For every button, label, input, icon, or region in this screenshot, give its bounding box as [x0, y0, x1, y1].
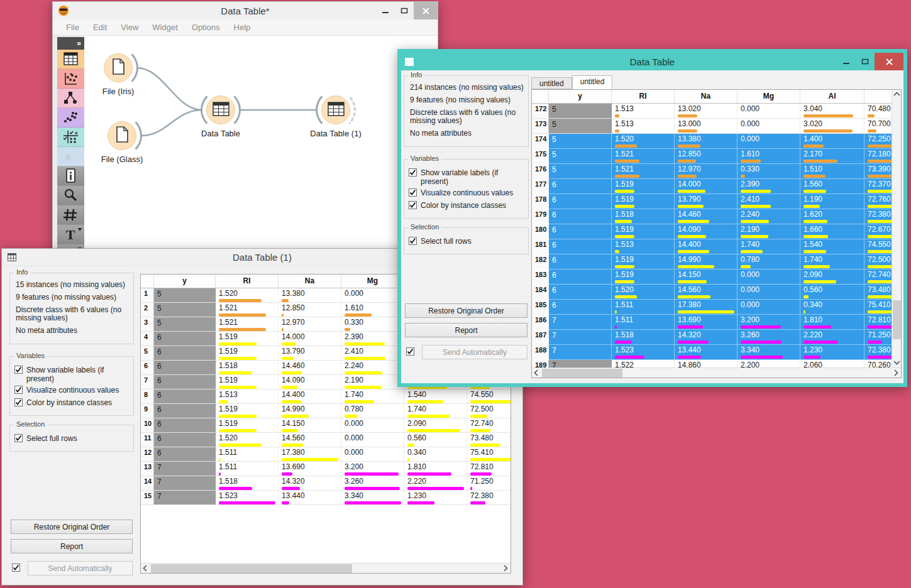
- value-cell[interactable]: 1.520: [612, 134, 675, 149]
- value-cell[interactable]: 14.460: [279, 361, 341, 375]
- toolbox-canvas-grid[interactable]: [57, 205, 84, 225]
- value-cell[interactable]: 3.040: [800, 104, 864, 119]
- toolbox-category-unsupervised[interactable]: x: [57, 128, 84, 147]
- column-header-Mg[interactable]: Mg: [341, 275, 404, 288]
- class-cell[interactable]: 6: [549, 300, 612, 315]
- value-cell[interactable]: 1.610: [341, 303, 404, 317]
- value-cell[interactable]: 1.522: [612, 360, 675, 368]
- value-cell[interactable]: 0.330: [737, 164, 800, 179]
- value-cell[interactable]: 74.550: [467, 389, 511, 404]
- class-cell[interactable]: 5: [154, 288, 216, 303]
- value-cell[interactable]: 1.513: [612, 104, 675, 119]
- table-row[interactable]: 18771.51814.3203.2602.22071.250: [532, 330, 902, 345]
- scroll-left-icon[interactable]: [532, 368, 541, 378]
- t1-h-scroll-thumb[interactable]: [151, 564, 352, 573]
- value-cell[interactable]: 2.240: [341, 361, 404, 375]
- value-cell[interactable]: 3.200: [737, 315, 800, 330]
- node-data-table[interactable]: Data Table: [206, 95, 235, 124]
- checkbox-checked[interactable]: [14, 434, 23, 444]
- value-cell[interactable]: 13.790: [279, 346, 341, 361]
- value-cell[interactable]: 0.000: [737, 285, 800, 300]
- value-cell[interactable]: 1.513: [612, 239, 675, 254]
- value-cell[interactable]: 72.810: [467, 462, 511, 476]
- value-cell[interactable]: 2.390: [341, 332, 404, 346]
- class-cell[interactable]: 6: [549, 270, 612, 285]
- checkbox-checked[interactable]: [409, 168, 417, 178]
- value-cell[interactable]: 1.400: [800, 134, 864, 149]
- value-cell[interactable]: 1.660: [800, 224, 864, 239]
- checkbox-checked[interactable]: [14, 386, 23, 396]
- class-cell[interactable]: 6: [549, 285, 612, 300]
- maximize-icon[interactable]: [395, 2, 414, 19]
- menu-item-view[interactable]: View: [114, 23, 145, 32]
- value-cell[interactable]: 1.523: [216, 491, 279, 505]
- value-cell[interactable]: 0.000: [737, 270, 800, 285]
- tab-untitled-1[interactable]: untitled: [531, 77, 572, 89]
- value-cell[interactable]: 0.780: [341, 404, 404, 418]
- value-cell[interactable]: 3.340: [341, 491, 404, 505]
- table-row[interactable]: 1261.51117.3800.0000.34075.410: [141, 447, 511, 462]
- class-cell[interactable]: 5: [549, 119, 612, 134]
- value-cell[interactable]: 14.000: [279, 332, 341, 346]
- value-cell[interactable]: 1.230: [404, 491, 467, 505]
- value-cell[interactable]: 1.511: [216, 462, 279, 476]
- table-row[interactable]: 18161.51314.4001.7401.54074.550: [532, 239, 902, 254]
- t2-data-table[interactable]: yRINaMgAl17251.51313.0200.0003.04070.480…: [531, 89, 902, 378]
- menu-item-edit[interactable]: Edit: [86, 23, 114, 32]
- value-cell[interactable]: 14.090: [675, 224, 737, 239]
- value-cell[interactable]: 2.090: [404, 418, 467, 433]
- value-cell[interactable]: 1.518: [216, 476, 279, 491]
- value-cell[interactable]: 0.780: [737, 254, 800, 270]
- table-row[interactable]: 1161.52014.5600.0000.56073.480: [141, 433, 511, 447]
- report-button[interactable]: Report: [11, 539, 133, 553]
- scroll-up-icon[interactable]: [892, 90, 902, 99]
- scroll-right-icon[interactable]: [501, 564, 511, 573]
- value-cell[interactable]: 13.380: [675, 134, 737, 149]
- value-cell[interactable]: 1.230: [800, 345, 864, 360]
- class-cell[interactable]: 5: [549, 134, 612, 149]
- value-cell[interactable]: 17.380: [675, 300, 737, 315]
- column-header-Na[interactable]: Na: [279, 275, 341, 288]
- column-header-Na[interactable]: Na: [675, 90, 737, 103]
- value-cell[interactable]: 1.519: [612, 179, 675, 194]
- class-cell[interactable]: 6: [549, 254, 612, 270]
- value-cell[interactable]: 12.850: [675, 149, 737, 164]
- toolbox-category-data[interactable]: [57, 50, 84, 69]
- value-cell[interactable]: 1.511: [612, 315, 675, 330]
- toolbox-category-evaluate[interactable]: [57, 108, 84, 128]
- value-cell[interactable]: 1.511: [216, 447, 279, 462]
- table-row[interactable]: 18361.51914.1500.0002.09072.740: [532, 270, 902, 285]
- value-cell[interactable]: 1.540: [404, 389, 467, 404]
- class-cell[interactable]: 6: [154, 346, 216, 361]
- class-cell[interactable]: 6: [549, 194, 612, 209]
- scroll-left-icon[interactable]: [141, 564, 150, 573]
- column-header-Al[interactable]: Al: [800, 90, 864, 103]
- scroll-down-icon[interactable]: [892, 358, 902, 368]
- value-cell[interactable]: 73.480: [467, 433, 511, 447]
- column-header-Mg[interactable]: Mg: [737, 90, 800, 103]
- class-cell[interactable]: 6: [154, 332, 216, 346]
- value-cell[interactable]: 1.519: [612, 224, 675, 239]
- table-row[interactable]: 18871.52313.4403.3401.23072.380: [532, 345, 902, 360]
- table-row[interactable]: 17761.51914.0002.3901.56072.370: [532, 179, 902, 194]
- value-cell[interactable]: 13.440: [279, 491, 341, 505]
- table-row[interactable]: 18971.52214.8602.2002.06070.260: [532, 360, 902, 368]
- value-cell[interactable]: 14.400: [279, 389, 341, 404]
- column-header-RI[interactable]: RI: [612, 90, 675, 103]
- value-cell[interactable]: 14.090: [279, 375, 341, 389]
- class-cell[interactable]: 6: [154, 404, 216, 418]
- value-cell[interactable]: 3.340: [737, 345, 800, 360]
- toolbox-category-addons[interactable]: [57, 147, 84, 166]
- value-cell[interactable]: 0.000: [341, 288, 404, 303]
- close-icon[interactable]: [414, 2, 438, 19]
- restore-original-order-button[interactable]: Restore Original Order: [405, 303, 527, 318]
- table-row[interactable]: 17251.51313.0200.0003.04070.480: [532, 104, 902, 119]
- table-row[interactable]: 18561.51117.3800.0000.34075.410: [532, 300, 902, 315]
- checkbox-checked[interactable]: [409, 188, 417, 199]
- value-cell[interactable]: 1.810: [404, 462, 467, 476]
- value-cell[interactable]: 1.740: [341, 389, 404, 404]
- value-cell[interactable]: 0.000: [737, 119, 800, 134]
- value-cell[interactable]: 14.990: [279, 404, 341, 418]
- toolbox-expand-toolbox[interactable]: »: [57, 37, 84, 50]
- report-button[interactable]: Report: [405, 323, 527, 337]
